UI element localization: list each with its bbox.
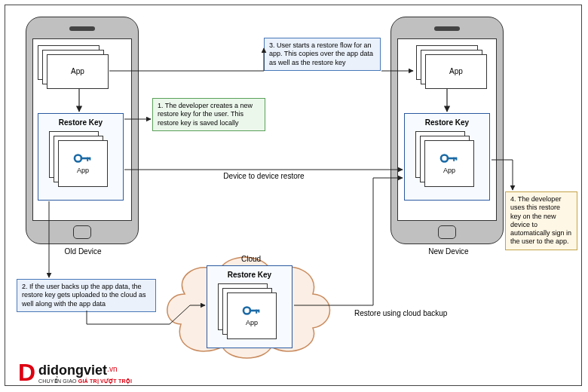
new-app-card: App [425, 54, 487, 89]
svg-point-0 [75, 155, 81, 161]
new-device-label: New Device [411, 247, 486, 256]
svg-point-8 [243, 307, 250, 314]
svg-point-4 [441, 155, 448, 161]
cloud-restore-label: Restore using cloud backup [354, 309, 482, 317]
svg-rect-10 [256, 310, 257, 314]
speaker [69, 26, 95, 31]
old-restore-key-box: Restore Key App [38, 113, 124, 201]
home-button [73, 225, 91, 239]
svg-rect-2 [87, 158, 88, 161]
logo-mark: D [18, 360, 35, 384]
home-button [438, 225, 456, 239]
note-step-1: 1. The developer creates a new restore k… [152, 98, 265, 131]
svg-rect-9 [250, 310, 259, 312]
d2d-label: Device to device restore [196, 172, 332, 180]
cloud-restore-app-card: App [227, 292, 277, 339]
restore-key-title: Restore Key [408, 117, 486, 130]
logo-name: didongviet [38, 363, 107, 378]
old-restore-app-card: App [58, 140, 108, 187]
note-step-4: 4. The developer uses this restore key o… [505, 191, 577, 250]
note-step-2: 2. If the user backs up the app data, th… [17, 279, 156, 312]
note-step-3: 3. User starts a restore flow for an app… [264, 38, 381, 71]
svg-rect-5 [447, 158, 457, 160]
svg-rect-1 [81, 158, 90, 160]
restore-key-title: Restore Key [41, 117, 120, 130]
svg-rect-6 [453, 158, 455, 161]
svg-rect-11 [258, 310, 259, 313]
new-restore-app-card: App [424, 140, 474, 187]
logo-tld: .vn [107, 365, 117, 373]
key-icon [73, 153, 93, 164]
logo-slogan: CHUYỂN GIAO GIÁ TRỊ VƯỢT TRỘI [38, 378, 132, 384]
key-icon [439, 153, 459, 164]
old-app-card: App [47, 54, 109, 89]
speaker [434, 26, 460, 31]
didongviet-logo: D didongviet.vn CHUYỂN GIAO GIÁ TRỊ VƯỢT… [18, 360, 132, 384]
svg-rect-7 [455, 158, 457, 161]
restore-key-title: Restore Key [210, 269, 289, 282]
svg-rect-3 [89, 158, 90, 161]
old-device-label: Old Device [45, 247, 121, 256]
cloud-restore-key-box: Restore Key App [207, 265, 292, 348]
key-icon [242, 305, 262, 316]
cloud-label: Cloud [241, 255, 261, 263]
new-restore-key-box: Restore Key App [404, 113, 490, 201]
